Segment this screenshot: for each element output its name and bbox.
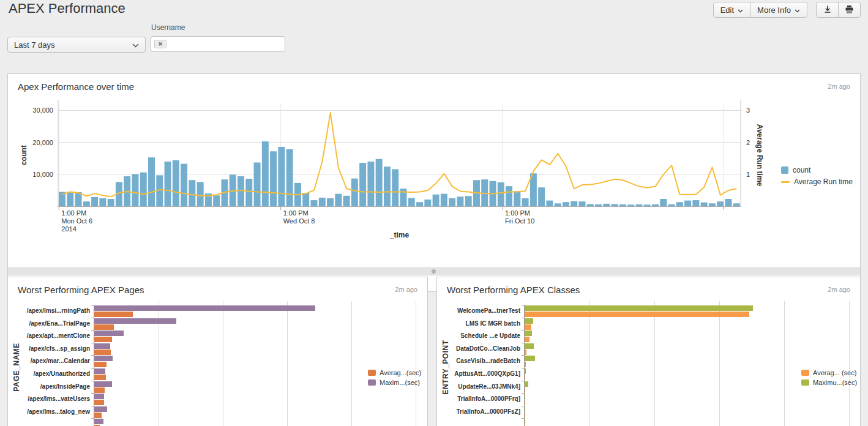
- count-bar[interactable]: [692, 200, 699, 206]
- category-label[interactable]: /apex/lmsi...rningPath: [8, 305, 94, 318]
- count-bar[interactable]: [99, 198, 106, 206]
- category-label[interactable]: /apex/Ena...TrialPage: [8, 318, 94, 331]
- print-button[interactable]: [838, 2, 861, 18]
- count-bar[interactable]: [140, 173, 147, 206]
- maximum-bar[interactable]: [525, 343, 534, 349]
- count-bar[interactable]: [165, 162, 171, 206]
- category-label[interactable]: UpdateRe...03JMNk4]: [437, 381, 524, 394]
- count-bar[interactable]: [603, 204, 610, 206]
- category-label[interactable]: [8, 418, 94, 426]
- category-label[interactable]: DataDotCo...CleanJob: [437, 343, 524, 356]
- average-bar[interactable]: [525, 413, 525, 418]
- average-bar[interactable]: [94, 413, 102, 418]
- count-bar[interactable]: [173, 160, 179, 206]
- count-bar[interactable]: [197, 182, 204, 206]
- category-label[interactable]: /apex/cfs...sp_assign: [8, 343, 94, 356]
- count-bar[interactable]: [701, 203, 708, 206]
- username-input[interactable]: ✖: [151, 36, 285, 52]
- count-bar[interactable]: [587, 204, 594, 206]
- count-bar[interactable]: [538, 187, 545, 206]
- download-button[interactable]: [816, 2, 839, 18]
- count-bar[interactable]: [595, 204, 602, 206]
- count-bar[interactable]: [627, 204, 634, 206]
- average-bar[interactable]: [525, 362, 526, 367]
- average-bar[interactable]: [525, 400, 525, 405]
- maximum-bar[interactable]: [94, 368, 105, 374]
- maximum-bar[interactable]: [94, 343, 110, 349]
- category-label[interactable]: LMS IC MGR batch: [437, 318, 524, 331]
- count-bar[interactable]: [83, 201, 90, 206]
- average-bar[interactable]: [525, 387, 525, 393]
- average-bar[interactable]: [525, 324, 531, 330]
- maximum-bar[interactable]: [525, 305, 753, 311]
- count-bar[interactable]: [449, 198, 455, 206]
- count-bar[interactable]: [514, 191, 520, 206]
- count-bar[interactable]: [709, 203, 716, 206]
- count-bar[interactable]: [254, 163, 261, 206]
- maximum-bar[interactable]: [525, 381, 528, 387]
- count-bar[interactable]: [555, 203, 561, 206]
- category-label[interactable]: /apex/apt...mentClone: [8, 330, 94, 343]
- count-bar[interactable]: [181, 164, 187, 206]
- count-bar[interactable]: [635, 204, 642, 206]
- count-bar[interactable]: [457, 196, 463, 206]
- more-info-button[interactable]: More Info: [750, 2, 807, 18]
- average-bar[interactable]: [94, 324, 114, 330]
- maximum-bar[interactable]: [94, 356, 113, 361]
- maximum-bar[interactable]: [525, 419, 525, 424]
- count-bar[interactable]: [189, 180, 195, 206]
- count-bar[interactable]: [278, 147, 285, 206]
- maximum-bar[interactable]: [525, 394, 525, 399]
- count-bar[interactable]: [91, 197, 98, 206]
- count-bar[interactable]: [213, 195, 220, 206]
- count-bar[interactable]: [310, 200, 317, 206]
- average-bar[interactable]: [525, 349, 526, 355]
- panel-resize-handle[interactable]: [8, 267, 860, 275]
- edit-button[interactable]: Edit: [713, 2, 750, 18]
- average-run-time-line[interactable]: [62, 113, 737, 196]
- category-label[interactable]: /apex/mar...Calendar: [8, 355, 94, 368]
- count-bar[interactable]: [498, 182, 504, 206]
- count-bar[interactable]: [660, 199, 667, 206]
- count-bar[interactable]: [652, 204, 659, 206]
- count-bar[interactable]: [733, 203, 740, 206]
- count-bar[interactable]: [725, 199, 731, 206]
- count-bar[interactable]: [465, 196, 472, 206]
- maximum-bar[interactable]: [525, 331, 532, 336]
- count-bar[interactable]: [351, 179, 358, 206]
- count-bar[interactable]: [424, 200, 431, 206]
- category-label[interactable]: /apex/lms...vateUsers: [8, 393, 94, 406]
- count-bar[interactable]: [579, 201, 586, 206]
- count-bar[interactable]: [148, 157, 155, 206]
- category-label[interactable]: /apex/lms...talog_new: [8, 406, 94, 419]
- count-bar[interactable]: [392, 169, 398, 206]
- maximum-bar[interactable]: [94, 305, 315, 311]
- maximum-bar[interactable]: [525, 406, 525, 412]
- category-label[interactable]: TrialInfoA...0000PFsZ]: [437, 406, 524, 419]
- average-bar[interactable]: [94, 349, 111, 355]
- count-bar[interactable]: [384, 166, 391, 206]
- count-bar[interactable]: [302, 193, 309, 206]
- time-range-picker[interactable]: Last 7 days: [7, 37, 146, 53]
- count-bar[interactable]: [67, 192, 73, 206]
- count-bar[interactable]: [359, 163, 366, 206]
- maximum-bar[interactable]: [94, 419, 103, 424]
- count-bar[interactable]: [546, 201, 553, 206]
- count-bar[interactable]: [433, 195, 440, 206]
- average-bar[interactable]: [525, 375, 525, 380]
- category-label[interactable]: /apex/Unauthorized: [8, 368, 94, 381]
- category-label[interactable]: Schedule ...e Update: [437, 330, 524, 343]
- count-bar[interactable]: [319, 198, 326, 206]
- category-label[interactable]: ApttusAtt...000QXpG1]: [437, 368, 524, 381]
- count-bar[interactable]: [262, 141, 269, 206]
- count-bar[interactable]: [717, 201, 724, 206]
- legend-item-count[interactable]: count: [781, 166, 853, 174]
- count-bar[interactable]: [644, 204, 651, 206]
- count-bar[interactable]: [619, 204, 626, 206]
- count-bar[interactable]: [408, 198, 415, 206]
- average-bar[interactable]: [94, 400, 104, 405]
- legend-item-avg-run-time[interactable]: Average Run time: [781, 177, 853, 186]
- average-bar[interactable]: [94, 312, 133, 317]
- count-bar[interactable]: [286, 149, 293, 206]
- average-bar[interactable]: [94, 337, 112, 342]
